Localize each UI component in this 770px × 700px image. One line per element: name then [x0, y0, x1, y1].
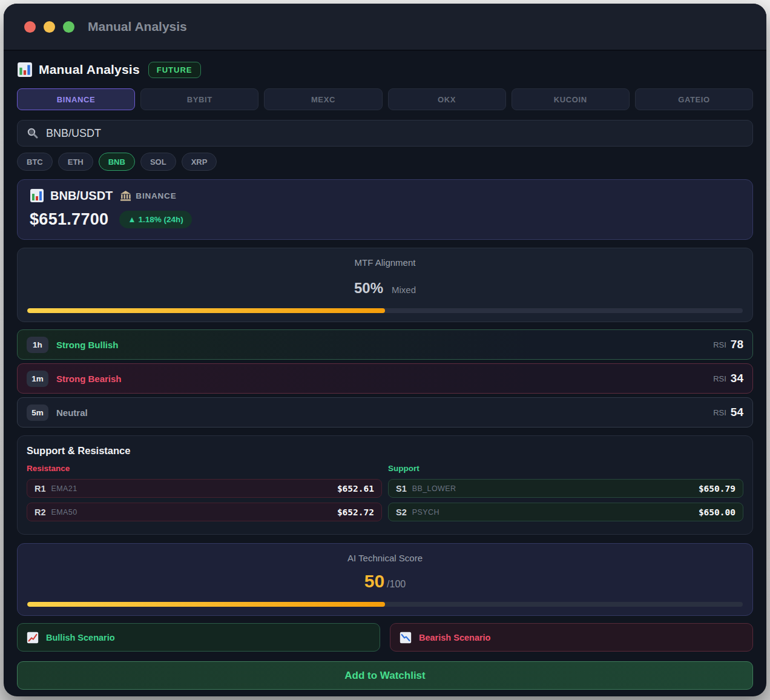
maximize-window-button[interactable]: [63, 21, 74, 33]
bullish-scenario-card[interactable]: Bullish Scenario: [17, 623, 380, 652]
resistance-label: Resistance: [27, 464, 382, 473]
tab-binance[interactable]: BINANCE: [17, 88, 135, 110]
rsi-value: 78: [731, 338, 743, 351]
chip-bnb[interactable]: BNB: [99, 153, 135, 171]
symbol-search-bar: [17, 120, 753, 147]
ai-score-progress-fill: [27, 602, 385, 607]
mtf-progress-fill: [27, 308, 385, 313]
level-source: BB_LOWER: [412, 484, 456, 493]
mtf-alignment-card: MTF Alignment 50% Mixed: [17, 248, 753, 322]
ai-score-title: AI Technical Score: [27, 553, 743, 563]
ai-score-progress-track: [27, 602, 743, 607]
bank-icon: [120, 190, 131, 202]
exchange-tabs: BINANCE BYBIT MEXC OKX KUCOIN GATEIO: [17, 88, 753, 110]
search-icon: [27, 127, 39, 139]
support-resistance-title: Support & Resistance: [27, 445, 743, 457]
tab-bybit[interactable]: BYBIT: [140, 88, 258, 110]
mtf-percent: 50%: [354, 280, 383, 297]
price-change-badge: ▲ 1.18% (24h): [119, 211, 191, 228]
level-price: $652.72: [337, 507, 374, 517]
close-window-button[interactable]: [24, 21, 36, 33]
quick-symbol-chips: BTC ETH BNB SOL XRP: [17, 153, 753, 171]
bar-chart-icon: [17, 62, 33, 78]
pair-name: BNB/USDT: [50, 189, 113, 203]
support-resistance-card: Support & Resistance Resistance R1 EMA21…: [17, 435, 753, 535]
timeframe-sentiment: Neutral: [56, 408, 88, 418]
support-label: Support: [388, 464, 743, 473]
support-row-s1: S1 BB_LOWER $650.79: [388, 479, 743, 498]
resistance-column: Resistance R1 EMA21 $652.61 R2 EMA50 $65…: [27, 464, 382, 526]
resistance-row-r1: R1 EMA21 $652.61: [27, 479, 382, 498]
level-code: S2: [396, 507, 407, 517]
level-source: EMA50: [51, 508, 77, 517]
rsi-value: 34: [731, 372, 743, 385]
tab-mexc[interactable]: MEXC: [264, 88, 382, 110]
ai-score-value: 50: [364, 571, 384, 592]
chip-btc[interactable]: BTC: [17, 153, 53, 171]
bearish-scenario-card[interactable]: Bearish Scenario: [390, 623, 753, 652]
traffic-lights: [24, 21, 74, 33]
level-source: PSYCH: [412, 508, 439, 517]
timeframe-sentiment: Strong Bullish: [56, 340, 119, 350]
ai-score-max: /100: [387, 579, 406, 590]
timeframe-badge: 5m: [27, 404, 48, 421]
symbol-search-input[interactable]: [46, 127, 743, 140]
title-bar: Manual Analysis: [4, 4, 766, 51]
timeframe-row-1h[interactable]: 1h Strong Bullish RSI 78: [17, 329, 753, 360]
level-price: $650.79: [699, 484, 735, 494]
rsi-label: RSI: [713, 408, 726, 417]
timeframe-sentiment: Strong Bearish: [56, 374, 122, 384]
current-price: $651.7700: [30, 210, 108, 229]
level-price: $650.00: [699, 507, 735, 517]
rsi-label: RSI: [713, 374, 726, 383]
mtf-progress-track: [27, 308, 743, 313]
support-row-s2: S2 PSYCH $650.00: [388, 503, 743, 521]
app-window: Manual Analysis Manual Analysis FUTURE B…: [4, 4, 766, 696]
bar-chart-icon: [30, 188, 44, 203]
timeframe-row-1m[interactable]: 1m Strong Bearish RSI 34: [17, 363, 753, 394]
page-title: Manual Analysis: [39, 62, 140, 77]
chip-xrp[interactable]: XRP: [182, 153, 217, 171]
chip-eth[interactable]: ETH: [58, 153, 93, 171]
resistance-row-r2: R2 EMA50 $652.72: [27, 503, 382, 521]
add-to-watchlist-button[interactable]: Add to Watchlist: [17, 661, 753, 690]
timeframe-badge: 1m: [27, 371, 48, 387]
chart-decreasing-icon: [399, 631, 412, 644]
chart-increasing-icon: [26, 631, 39, 644]
tab-okx[interactable]: OKX: [388, 88, 506, 110]
timeframe-badge: 1h: [27, 337, 48, 353]
tab-gateio[interactable]: GATEIO: [635, 88, 753, 110]
bearish-scenario-label: Bearish Scenario: [419, 633, 490, 642]
mtf-title: MTF Alignment: [27, 257, 743, 268]
tab-kucoin[interactable]: KUCOIN: [512, 88, 630, 110]
timeframe-row-5m[interactable]: 5m Neutral RSI 54: [17, 397, 753, 428]
future-mode-badge[interactable]: FUTURE: [148, 62, 201, 78]
window-title: Manual Analysis: [88, 19, 187, 34]
scenario-section: Bullish Scenario Bearish Scenario: [17, 623, 753, 652]
level-code: R2: [35, 507, 46, 517]
exchange-name: BINANCE: [136, 191, 176, 200]
support-column: Support S1 BB_LOWER $650.79 S2 PSYCH $65…: [388, 464, 743, 526]
level-price: $652.61: [337, 484, 374, 494]
app-header: Manual Analysis FUTURE: [17, 58, 753, 81]
chip-sol[interactable]: SOL: [140, 153, 176, 171]
pair-price-card: BNB/USDT BINANCE $651.7700 ▲ 1.18% (24h): [17, 179, 753, 240]
rsi-label: RSI: [713, 340, 726, 349]
minimize-window-button[interactable]: [44, 21, 55, 33]
level-code: S1: [396, 484, 407, 494]
level-code: R1: [35, 484, 46, 494]
rsi-value: 54: [731, 406, 743, 419]
ai-score-card: AI Technical Score 50 /100: [17, 543, 753, 616]
level-source: EMA21: [51, 484, 77, 493]
mtf-status: Mixed: [392, 285, 416, 295]
bullish-scenario-label: Bullish Scenario: [46, 633, 115, 642]
